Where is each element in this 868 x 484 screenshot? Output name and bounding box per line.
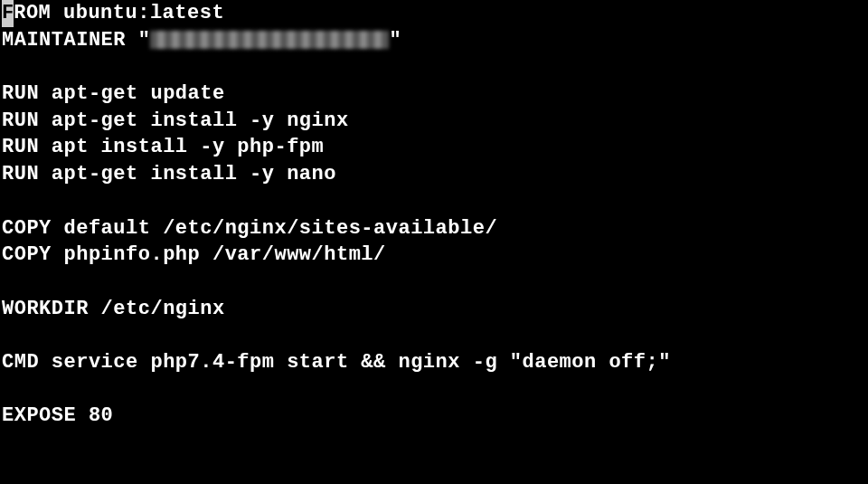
file-line-suffix: "	[389, 29, 401, 52]
file-line: RUN apt-get install -y nginx	[2, 108, 868, 135]
file-line: FROM ubuntu:latest	[2, 0, 868, 27]
terminal-editor[interactable]: FROM ubuntu:latestMAINTAINER "" RUN apt-…	[2, 0, 868, 430]
text-cursor: F	[2, 0, 14, 27]
file-line: CMD service php7.4-fpm start && nginx -g…	[2, 349, 868, 376]
file-line	[2, 322, 868, 349]
file-line-text: ROM ubuntu:latest	[14, 2, 224, 24]
file-line	[2, 188, 868, 215]
file-line: RUN apt-get update	[2, 81, 868, 108]
file-line-prefix: MAINTAINER "	[2, 29, 150, 52]
redacted-text	[150, 31, 389, 49]
file-line: COPY phpinfo.php /var/www/html/	[2, 242, 868, 269]
file-line: WORKDIR /etc/nginx	[2, 296, 868, 323]
file-line: EXPOSE 80	[2, 403, 868, 430]
file-line: MAINTAINER ""	[2, 27, 868, 54]
file-line: RUN apt install -y php-fpm	[2, 134, 868, 161]
file-line: COPY default /etc/nginx/sites-available/	[2, 215, 868, 242]
file-line	[2, 269, 868, 296]
file-line	[2, 376, 868, 403]
file-line: RUN apt-get install -y nano	[2, 161, 868, 188]
file-line	[2, 53, 868, 81]
